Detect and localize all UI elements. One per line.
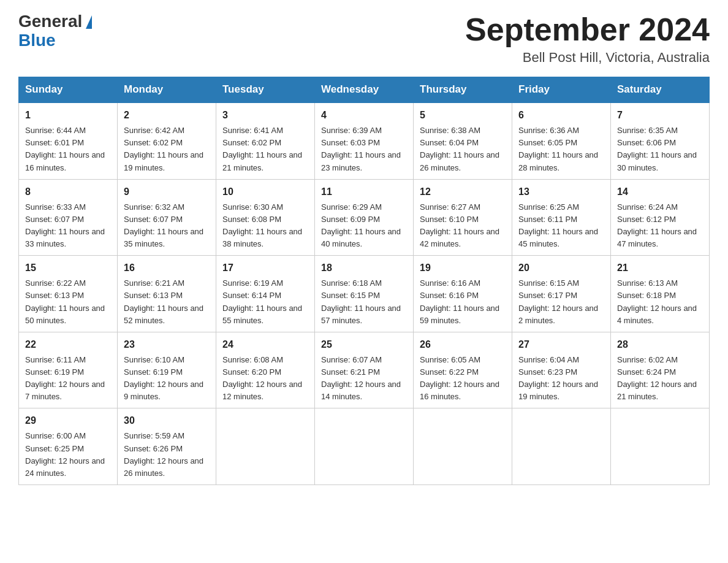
day-number: 12: [420, 185, 506, 199]
day-info: Sunrise: 6:00 AMSunset: 6:25 PMDaylight:…: [25, 430, 111, 480]
calendar-cell: 6Sunrise: 6:36 AMSunset: 6:05 PMDaylight…: [512, 102, 611, 179]
calendar-cell: 2Sunrise: 6:42 AMSunset: 6:02 PMDaylight…: [118, 102, 216, 179]
day-number: 13: [518, 185, 604, 199]
logo-blue-text: Blue: [18, 31, 56, 50]
calendar-cell: 20Sunrise: 6:15 AMSunset: 6:17 PMDayligh…: [512, 256, 611, 332]
day-info: Sunrise: 6:21 AMSunset: 6:13 PMDaylight:…: [124, 277, 210, 327]
day-info: Sunrise: 6:29 AMSunset: 6:09 PMDaylight:…: [321, 201, 407, 251]
calendar-cell: 26Sunrise: 6:05 AMSunset: 6:22 PMDayligh…: [414, 332, 512, 408]
day-info: Sunrise: 6:27 AMSunset: 6:10 PMDaylight:…: [420, 201, 506, 251]
day-info: Sunrise: 6:35 AMSunset: 6:06 PMDaylight:…: [617, 124, 703, 174]
logo-general-text: General: [18, 12, 82, 31]
day-number: 15: [25, 261, 111, 275]
calendar-cell: 5Sunrise: 6:38 AMSunset: 6:04 PMDaylight…: [414, 102, 512, 179]
day-info: Sunrise: 6:10 AMSunset: 6:19 PMDaylight:…: [124, 354, 210, 404]
calendar-cell: 30Sunrise: 5:59 AMSunset: 6:26 PMDayligh…: [118, 408, 216, 485]
day-info: Sunrise: 6:19 AMSunset: 6:14 PMDaylight:…: [222, 277, 308, 327]
logo: General Blue: [18, 12, 92, 50]
calendar-cell: 24Sunrise: 6:08 AMSunset: 6:20 PMDayligh…: [216, 332, 315, 408]
week-row-1: 1Sunrise: 6:44 AMSunset: 6:01 PMDaylight…: [19, 102, 710, 179]
calendar-cell: [611, 408, 710, 485]
day-info: Sunrise: 6:24 AMSunset: 6:12 PMDaylight:…: [617, 201, 703, 251]
calendar-cell: 7Sunrise: 6:35 AMSunset: 6:06 PMDaylight…: [611, 102, 710, 179]
day-info: Sunrise: 6:36 AMSunset: 6:05 PMDaylight:…: [518, 124, 604, 174]
day-number: 29: [25, 413, 111, 428]
day-info: Sunrise: 6:42 AMSunset: 6:02 PMDaylight:…: [124, 124, 210, 174]
weekday-header-sunday: Sunday: [19, 77, 118, 103]
day-number: 8: [25, 185, 111, 199]
calendar-cell: 16Sunrise: 6:21 AMSunset: 6:13 PMDayligh…: [118, 256, 216, 332]
week-row-4: 22Sunrise: 6:11 AMSunset: 6:19 PMDayligh…: [19, 332, 710, 408]
calendar-cell: 18Sunrise: 6:18 AMSunset: 6:15 PMDayligh…: [315, 256, 414, 332]
day-number: 16: [124, 261, 210, 275]
day-info: Sunrise: 6:07 AMSunset: 6:21 PMDaylight:…: [321, 354, 407, 404]
day-info: Sunrise: 6:02 AMSunset: 6:24 PMDaylight:…: [617, 354, 703, 404]
calendar-cell: 11Sunrise: 6:29 AMSunset: 6:09 PMDayligh…: [315, 179, 414, 256]
day-number: 19: [420, 261, 506, 275]
day-info: Sunrise: 6:44 AMSunset: 6:01 PMDaylight:…: [25, 124, 111, 174]
day-info: Sunrise: 6:08 AMSunset: 6:20 PMDaylight:…: [222, 354, 308, 404]
day-number: 3: [222, 108, 308, 123]
day-number: 10: [222, 185, 308, 199]
weekday-header-saturday: Saturday: [611, 77, 710, 103]
day-number: 27: [518, 337, 604, 352]
day-number: 6: [518, 108, 604, 123]
calendar-cell: [512, 408, 611, 485]
calendar-cell: 19Sunrise: 6:16 AMSunset: 6:16 PMDayligh…: [414, 256, 512, 332]
day-number: 30: [124, 413, 210, 428]
day-info: Sunrise: 6:05 AMSunset: 6:22 PMDaylight:…: [420, 354, 506, 404]
day-info: Sunrise: 6:18 AMSunset: 6:15 PMDaylight:…: [321, 277, 407, 327]
day-info: Sunrise: 6:13 AMSunset: 6:18 PMDaylight:…: [617, 277, 703, 327]
calendar-cell: 1Sunrise: 6:44 AMSunset: 6:01 PMDaylight…: [19, 102, 118, 179]
week-row-3: 15Sunrise: 6:22 AMSunset: 6:13 PMDayligh…: [19, 256, 710, 332]
location-title: Bell Post Hill, Victoria, Australia: [465, 50, 710, 66]
day-number: 26: [420, 337, 506, 352]
day-info: Sunrise: 5:59 AMSunset: 6:26 PMDaylight:…: [124, 430, 210, 480]
calendar-cell: 21Sunrise: 6:13 AMSunset: 6:18 PMDayligh…: [611, 256, 710, 332]
day-number: 11: [321, 185, 407, 199]
day-number: 4: [321, 108, 407, 123]
weekday-header-friday: Friday: [512, 77, 611, 103]
calendar-cell: 10Sunrise: 6:30 AMSunset: 6:08 PMDayligh…: [216, 179, 315, 256]
day-number: 7: [617, 108, 703, 123]
calendar-cell: 28Sunrise: 6:02 AMSunset: 6:24 PMDayligh…: [611, 332, 710, 408]
calendar-cell: [315, 408, 414, 485]
day-number: 5: [420, 108, 506, 123]
week-row-5: 29Sunrise: 6:00 AMSunset: 6:25 PMDayligh…: [19, 408, 710, 485]
calendar-cell: 12Sunrise: 6:27 AMSunset: 6:10 PMDayligh…: [414, 179, 512, 256]
day-info: Sunrise: 6:25 AMSunset: 6:11 PMDaylight:…: [518, 201, 604, 251]
day-info: Sunrise: 6:16 AMSunset: 6:16 PMDaylight:…: [420, 277, 506, 327]
calendar-cell: [216, 408, 315, 485]
day-number: 2: [124, 108, 210, 123]
month-title: September 2024: [465, 12, 710, 47]
day-info: Sunrise: 6:15 AMSunset: 6:17 PMDaylight:…: [518, 277, 604, 327]
weekday-header-tuesday: Tuesday: [216, 77, 315, 103]
day-number: 25: [321, 337, 407, 352]
calendar-cell: 25Sunrise: 6:07 AMSunset: 6:21 PMDayligh…: [315, 332, 414, 408]
day-info: Sunrise: 6:41 AMSunset: 6:02 PMDaylight:…: [222, 124, 308, 174]
day-number: 1: [25, 108, 111, 123]
header: General Blue September 2024 Bell Post Hi…: [18, 12, 710, 66]
calendar-cell: 8Sunrise: 6:33 AMSunset: 6:07 PMDaylight…: [19, 179, 118, 256]
calendar-cell: 13Sunrise: 6:25 AMSunset: 6:11 PMDayligh…: [512, 179, 611, 256]
day-info: Sunrise: 6:32 AMSunset: 6:07 PMDaylight:…: [124, 201, 210, 251]
calendar-cell: 4Sunrise: 6:39 AMSunset: 6:03 PMDaylight…: [315, 102, 414, 179]
day-info: Sunrise: 6:30 AMSunset: 6:08 PMDaylight:…: [222, 201, 308, 251]
day-number: 28: [617, 337, 703, 352]
weekday-header-row: SundayMondayTuesdayWednesdayThursdayFrid…: [19, 77, 710, 103]
calendar-cell: 14Sunrise: 6:24 AMSunset: 6:12 PMDayligh…: [611, 179, 710, 256]
day-number: 20: [518, 261, 604, 275]
day-number: 23: [124, 337, 210, 352]
calendar-cell: 22Sunrise: 6:11 AMSunset: 6:19 PMDayligh…: [19, 332, 118, 408]
calendar-cell: 27Sunrise: 6:04 AMSunset: 6:23 PMDayligh…: [512, 332, 611, 408]
day-info: Sunrise: 6:38 AMSunset: 6:04 PMDaylight:…: [420, 124, 506, 174]
weekday-header-thursday: Thursday: [414, 77, 512, 103]
day-number: 18: [321, 261, 407, 275]
day-info: Sunrise: 6:22 AMSunset: 6:13 PMDaylight:…: [25, 277, 111, 327]
weekday-header-monday: Monday: [118, 77, 216, 103]
day-number: 17: [222, 261, 308, 275]
day-number: 21: [617, 261, 703, 275]
day-number: 14: [617, 185, 703, 199]
day-number: 9: [124, 185, 210, 199]
day-number: 22: [25, 337, 111, 352]
